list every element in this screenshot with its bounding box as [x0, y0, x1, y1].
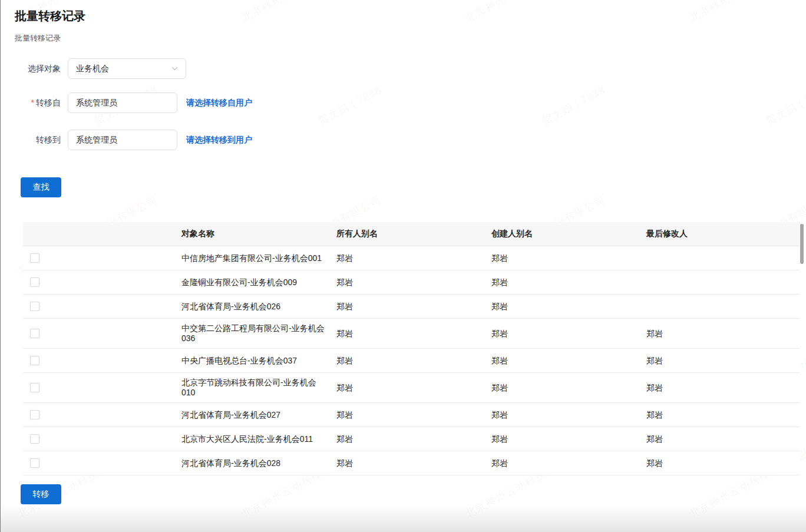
cell-creator-alias: 郑岩 — [491, 451, 646, 475]
row-checkbox-cell — [23, 295, 181, 318]
header-creator-alias: 创建人别名 — [491, 222, 646, 246]
cell-creator-alias: 郑岩 — [491, 403, 646, 427]
row-checkbox[interactable] — [30, 356, 39, 365]
required-asterisk: * — [31, 98, 34, 107]
table-row: 金隆铜业有限公司-业务机会009郑岩郑岩 — [23, 270, 800, 295]
cell-owner-alias: 郑岩 — [336, 349, 491, 372]
transfer-button[interactable]: 转移 — [21, 484, 61, 504]
row-checkbox[interactable] — [30, 329, 39, 338]
row-checkbox-cell — [23, 451, 181, 475]
transfer-from-input[interactable]: 系统管理员 — [68, 92, 177, 113]
cell-owner-alias: 郑岩 — [336, 270, 491, 294]
cell-object-name: 北京市大兴区人民法院-业务机会011 — [181, 427, 336, 451]
row-checkbox[interactable] — [30, 434, 39, 444]
row-checkbox[interactable] — [30, 302, 39, 311]
object-select-label: 选择对象 — [1, 58, 61, 79]
object-select-value: 业务机会 — [76, 64, 109, 74]
header-last-modifier: 最后修改人 — [646, 222, 800, 246]
object-select[interactable]: 业务机会 — [68, 58, 186, 79]
row-checkbox-cell — [23, 319, 181, 348]
transfer-to-value: 系统管理员 — [76, 135, 117, 146]
cell-owner-alias: 郑岩 — [336, 295, 491, 318]
table-row: 河北省体育局-业务机会027郑岩郑岩郑岩 — [23, 403, 800, 427]
row-checkbox-cell — [23, 427, 181, 451]
cell-last-modifier: 郑岩 — [646, 349, 800, 372]
cell-owner-alias: 郑岩 — [336, 319, 491, 348]
chevron-down-icon — [171, 65, 178, 72]
row-checkbox-cell — [23, 246, 181, 270]
cell-last-modifier: 郑岩 — [646, 451, 800, 475]
header-object-name: 对象名称 — [181, 222, 336, 246]
results-table: 对象名称 所有人别名 创建人别名 最后修改人 中信房地产集团有限公司-业务机会0… — [23, 222, 800, 475]
cell-owner-alias: 郑岩 — [336, 403, 491, 427]
cell-last-modifier: 郑岩 — [646, 319, 800, 348]
cell-owner-alias: 郑岩 — [336, 373, 491, 402]
cell-object-name: 中交第二公路工程局有限公司-业务机会036 — [181, 319, 336, 348]
cell-creator-alias: 郑岩 — [491, 349, 646, 372]
transfer-to-label: 转移到 — [1, 130, 61, 150]
table-row: 中交第二公路工程局有限公司-业务机会036郑岩郑岩郑岩 — [23, 319, 800, 349]
row-checkbox-cell — [23, 403, 181, 427]
cell-last-modifier — [646, 295, 800, 318]
table-header-row: 对象名称 所有人别名 创建人别名 最后修改人 — [23, 222, 800, 246]
transfer-from-label: *转移自 — [1, 92, 61, 113]
row-checkbox[interactable] — [30, 410, 39, 419]
transfer-to-input[interactable]: 系统管理员 — [68, 130, 177, 150]
cell-owner-alias: 郑岩 — [336, 427, 491, 451]
table-vertical-scrollbar[interactable] — [800, 224, 804, 264]
table-row: 中信房地产集团有限公司-业务机会001郑岩郑岩 — [23, 246, 800, 270]
cell-object-name: 河北省体育局-业务机会027 — [181, 403, 336, 427]
transfer-from-value: 系统管理员 — [76, 98, 117, 108]
cell-owner-alias: 郑岩 — [336, 246, 491, 270]
cell-creator-alias: 郑岩 — [491, 427, 646, 451]
cell-creator-alias: 郑岩 — [491, 319, 646, 348]
cell-creator-alias: 郑岩 — [491, 246, 646, 270]
cell-creator-alias: 郑岩 — [491, 270, 646, 294]
table-row: 河北省体育局-业务机会026郑岩郑岩 — [23, 295, 800, 319]
page-subtitle: 批量转移记录 — [15, 33, 61, 44]
cell-last-modifier — [646, 270, 800, 294]
cell-last-modifier — [646, 246, 800, 270]
page-title: 批量转移记录 — [15, 8, 85, 24]
search-button[interactable]: 查找 — [21, 177, 61, 197]
row-checkbox[interactable] — [30, 253, 39, 263]
cell-creator-alias: 郑岩 — [491, 295, 646, 318]
cell-object-name: 河北省体育局-业务机会026 — [181, 295, 336, 318]
row-checkbox-cell — [23, 270, 181, 294]
row-checkbox-cell — [23, 373, 181, 402]
cell-object-name: 河北省体育局-业务机会028 — [181, 451, 336, 475]
batch-transfer-page: 北京神州云动科技股份有限公司北京神州云动科技股份有限公司北京神州云动科技股份有限… — [0, 0, 806, 532]
header-owner-alias: 所有人别名 — [336, 222, 491, 246]
pick-transfer-to-user-link[interactable]: 请选择转移到用户 — [186, 130, 252, 150]
cell-last-modifier: 郑岩 — [646, 427, 800, 451]
cell-object-name: 北京字节跳动科技有限公司-业务机会010 — [181, 373, 336, 402]
row-checkbox[interactable] — [30, 383, 39, 392]
cell-creator-alias: 郑岩 — [491, 373, 646, 402]
table-row: 河北省体育局-业务机会028郑岩郑岩郑岩 — [23, 451, 800, 475]
cell-owner-alias: 郑岩 — [336, 451, 491, 475]
row-checkbox-cell — [23, 349, 181, 372]
cell-last-modifier: 郑岩 — [646, 403, 800, 427]
pick-transfer-from-user-link[interactable]: 请选择转移自用户 — [186, 92, 252, 113]
header-checkbox-cell — [23, 222, 181, 246]
cell-object-name: 中信房地产集团有限公司-业务机会001 — [181, 246, 336, 270]
cell-object-name: 中央广播电视总台-业务机会037 — [181, 349, 336, 372]
row-checkbox[interactable] — [30, 277, 39, 287]
table-row: 中央广播电视总台-业务机会037郑岩郑岩郑岩 — [23, 349, 800, 373]
table-row: 北京市大兴区人民法院-业务机会011郑岩郑岩郑岩 — [23, 427, 800, 451]
row-checkbox[interactable] — [30, 458, 39, 468]
cell-object-name: 金隆铜业有限公司-业务机会009 — [181, 270, 336, 294]
table-row: 北京字节跳动科技有限公司-业务机会010郑岩郑岩郑岩 — [23, 373, 800, 403]
cell-last-modifier: 郑岩 — [646, 373, 800, 402]
